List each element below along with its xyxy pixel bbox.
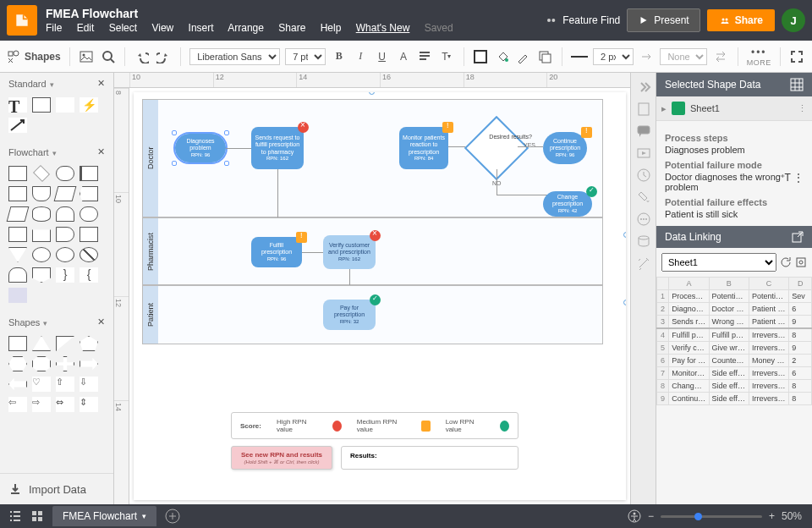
shape-item[interactable]: ⇦ bbox=[8, 397, 27, 412]
shapes-toggle[interactable]: Shapes bbox=[7, 50, 61, 63]
more-menu[interactable]: •••MORE bbox=[747, 47, 771, 67]
section-standard[interactable]: Standard✕ bbox=[0, 73, 113, 94]
shape-item[interactable] bbox=[80, 186, 98, 201]
shape-rect[interactable] bbox=[32, 97, 51, 113]
menu-whatsnew[interactable]: What's New bbox=[356, 22, 410, 34]
shape-item[interactable] bbox=[32, 267, 51, 283]
add-page-icon[interactable] bbox=[165, 509, 180, 524]
menu-edit[interactable]: Edit bbox=[77, 22, 95, 34]
import-data[interactable]: Import Data bbox=[0, 473, 113, 504]
shape-arrow[interactable] bbox=[8, 118, 27, 133]
text-color-icon[interactable]: A bbox=[395, 48, 411, 65]
zoom-slider[interactable] bbox=[661, 515, 762, 518]
settings-icon[interactable] bbox=[795, 256, 807, 268]
line-style-icon[interactable] bbox=[571, 48, 588, 65]
shape-item[interactable] bbox=[56, 227, 74, 242]
underline-icon[interactable]: U bbox=[374, 48, 390, 65]
image-icon[interactable] bbox=[79, 48, 95, 65]
line-width-select[interactable]: 2 px bbox=[593, 48, 634, 65]
shape-item[interactable] bbox=[32, 356, 51, 371]
collapse-icon[interactable] bbox=[636, 80, 651, 95]
sheet-row[interactable]: ▸ Sheet1 ⋮ bbox=[656, 96, 812, 121]
refresh-icon[interactable] bbox=[780, 256, 792, 268]
sheet-select[interactable]: Sheet1 bbox=[661, 253, 776, 272]
shape-item[interactable] bbox=[8, 377, 27, 392]
lane-pharmacist[interactable]: Pharmacist Fulfill prescriptionRPN: 96 V… bbox=[142, 217, 603, 285]
shape-item[interactable]: ⇔ bbox=[56, 397, 74, 412]
paint-icon[interactable] bbox=[636, 190, 651, 205]
shape-item[interactable] bbox=[8, 186, 27, 201]
page-icon[interactable] bbox=[636, 102, 651, 117]
doc-title[interactable]: FMEA Flowchart bbox=[46, 7, 544, 20]
undo-icon[interactable] bbox=[134, 48, 150, 65]
shape-item[interactable] bbox=[56, 206, 74, 222]
shape-item[interactable] bbox=[8, 227, 27, 242]
shape-item[interactable]: } bbox=[56, 267, 74, 283]
menu-view[interactable]: View bbox=[151, 22, 173, 34]
feature-find[interactable]: Feature Find bbox=[544, 14, 620, 27]
node-change[interactable]: Change prescriptionRPN: 42 bbox=[543, 191, 592, 217]
shape-item[interactable] bbox=[32, 186, 51, 201]
menu-insert[interactable]: Insert bbox=[189, 22, 214, 34]
chat-icon[interactable] bbox=[636, 212, 651, 227]
port[interactable] bbox=[369, 92, 375, 95]
pencil-icon[interactable] bbox=[515, 48, 531, 65]
shape-item[interactable]: ♡ bbox=[32, 377, 51, 392]
align-icon[interactable] bbox=[417, 48, 433, 65]
text-tool[interactable]: T bbox=[8, 97, 27, 113]
shape-item[interactable] bbox=[32, 206, 51, 222]
shape-item[interactable] bbox=[56, 247, 74, 262]
zoom-out[interactable]: − bbox=[648, 510, 654, 522]
shape-item[interactable] bbox=[56, 166, 74, 181]
page[interactable]: Doctor Diagnoses problemRPN: 96 Sends re… bbox=[134, 92, 626, 500]
magic-icon[interactable] bbox=[636, 256, 651, 271]
slides-icon[interactable] bbox=[636, 146, 651, 161]
shape-item[interactable] bbox=[8, 166, 27, 181]
shape-item[interactable] bbox=[80, 247, 98, 262]
shape-item[interactable] bbox=[8, 336, 27, 351]
node-pay[interactable]: Pay for prescriptionRPN: 32 bbox=[323, 300, 376, 330]
node-diagnose[interactable]: Diagnoses problemRPN: 96 bbox=[175, 134, 226, 162]
accessibility-icon[interactable] bbox=[628, 509, 641, 523]
line-arrow-icon[interactable] bbox=[639, 48, 655, 65]
close-icon[interactable]: ✕ bbox=[97, 146, 105, 157]
page-tab[interactable]: FMEA Flowchart▾ bbox=[52, 506, 156, 526]
shape-item[interactable]: ⇧ bbox=[56, 377, 74, 392]
shape-item[interactable] bbox=[32, 227, 51, 242]
grid-view-icon[interactable] bbox=[30, 509, 44, 523]
shape-item[interactable] bbox=[54, 186, 77, 201]
menu-help[interactable]: Help bbox=[321, 22, 342, 34]
shape-item[interactable] bbox=[8, 247, 27, 262]
section-shapes[interactable]: Shapes✕ bbox=[0, 311, 113, 333]
line-end-select[interactable]: None bbox=[660, 48, 707, 65]
menu-share[interactable]: Share bbox=[278, 22, 305, 34]
shape-item[interactable] bbox=[80, 356, 98, 371]
port[interactable] bbox=[623, 232, 626, 238]
avatar[interactable]: J bbox=[782, 8, 805, 32]
menu-file[interactable]: File bbox=[46, 22, 62, 34]
shape-item[interactable] bbox=[7, 206, 30, 222]
close-icon[interactable]: ✕ bbox=[97, 316, 105, 327]
comment-icon[interactable] bbox=[636, 124, 651, 139]
data-icon[interactable] bbox=[636, 234, 651, 249]
search-icon[interactable] bbox=[100, 48, 116, 65]
node-monitor[interactable]: Monitor patients reaction to prescriptio… bbox=[399, 127, 448, 169]
shape-item[interactable] bbox=[80, 166, 98, 181]
shape-item[interactable] bbox=[80, 206, 98, 222]
font-size-select[interactable]: 7 pt bbox=[285, 48, 326, 65]
shape-item[interactable]: { bbox=[80, 267, 98, 283]
popout-icon[interactable] bbox=[792, 231, 804, 243]
more-icon[interactable]: ⋮ bbox=[798, 103, 807, 114]
font-family-select[interactable]: Liberation Sans bbox=[189, 48, 280, 65]
shape-item[interactable]: ⇕ bbox=[80, 397, 98, 412]
tip-box[interactable]: See new RPN and results (Hold Shift + ⌘ … bbox=[231, 446, 332, 470]
field-mode-value[interactable]: Doctor diagnoses the wrong problem ⁺T ⋮ bbox=[665, 172, 804, 192]
italic-icon[interactable]: I bbox=[353, 48, 369, 65]
shape-item[interactable]: ⇨ bbox=[32, 397, 51, 412]
lane-patient[interactable]: Patient Pay for prescriptionRPN: 32 bbox=[142, 285, 603, 344]
list-view-icon[interactable] bbox=[8, 509, 22, 523]
shape-sticky[interactable] bbox=[56, 97, 74, 113]
section-flowchart[interactable]: Flowchart✕ bbox=[0, 141, 113, 162]
fill-icon[interactable] bbox=[472, 48, 488, 65]
present-button[interactable]: Present bbox=[627, 8, 700, 32]
